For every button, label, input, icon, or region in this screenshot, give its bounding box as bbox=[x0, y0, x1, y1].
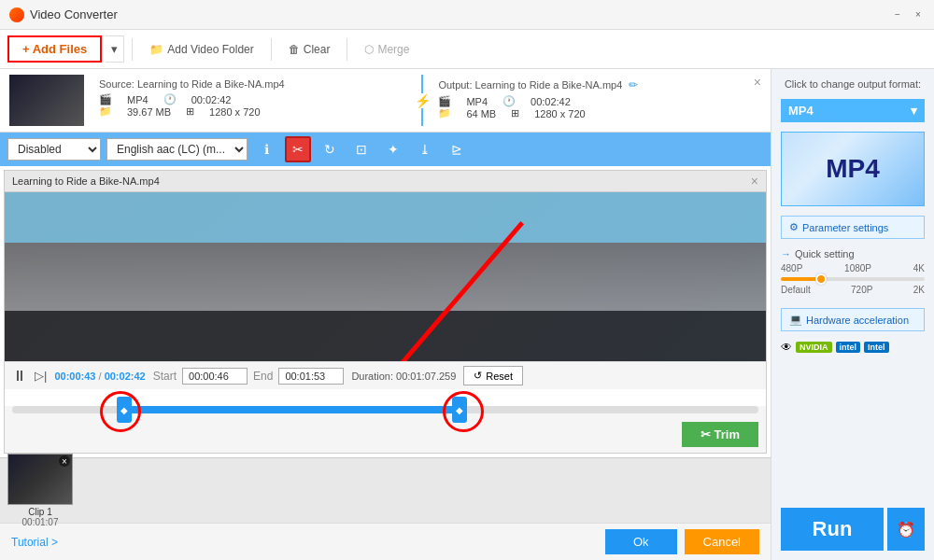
quality-slider-area: 480P 1080P 4K Default 720P 2K bbox=[781, 259, 925, 299]
nvidia-badge: NVIDIA bbox=[796, 342, 832, 353]
watermark-button[interactable]: ⤓ bbox=[412, 136, 438, 162]
settings-icon: ⚙ bbox=[789, 221, 799, 233]
output-size: 64 MB bbox=[466, 108, 496, 119]
label-720p: 720P bbox=[851, 285, 872, 295]
clip-duration: 00:01:07 bbox=[7, 517, 73, 527]
quality-labels-bottom: Default 720P 2K bbox=[781, 285, 925, 295]
effect-button[interactable]: ✦ bbox=[380, 136, 406, 162]
audio-select[interactable]: English aac (LC) (m... bbox=[106, 138, 248, 161]
merge-button[interactable]: ⬡ Merge bbox=[355, 38, 418, 61]
file-info-output: Output: Learning to Ride a Bike-NA.mp4 ✏… bbox=[431, 75, 753, 126]
toolbar: + Add Files ▾ 📁 Add Video Folder 🗑 Clear… bbox=[0, 30, 934, 69]
subtitle-select[interactable]: Disabled bbox=[7, 138, 101, 161]
source-thumbnail bbox=[9, 75, 84, 126]
rotate-button[interactable]: ↻ bbox=[317, 136, 343, 162]
edit-output-icon[interactable]: ✏ bbox=[629, 78, 638, 91]
reset-button[interactable]: ↺ Reset bbox=[463, 366, 523, 385]
reset-icon: ↺ bbox=[474, 370, 482, 382]
output-resolution: 1280 x 720 bbox=[534, 108, 585, 119]
output-row-2: 📁 64 MB ⊞ 1280 x 720 bbox=[438, 107, 745, 119]
add-files-dropdown[interactable]: ▾ bbox=[106, 35, 124, 63]
tutorial-link[interactable]: Tutorial > bbox=[11, 536, 58, 549]
output-format: MP4 bbox=[466, 96, 488, 107]
trim-timeline: ◆ ◆ ✂ Trim bbox=[5, 406, 766, 453]
toolbar-separator-3 bbox=[347, 38, 347, 61]
label-1080p: 1080P bbox=[844, 263, 871, 273]
clip-close-button[interactable]: × bbox=[59, 455, 70, 467]
format-preview[interactable]: MP4 bbox=[781, 132, 925, 206]
close-button[interactable]: × bbox=[912, 8, 925, 21]
clear-button[interactable]: 🗑 Clear bbox=[279, 38, 340, 61]
format-dropdown-icon: ▾ bbox=[911, 104, 917, 118]
file-close-button[interactable]: × bbox=[754, 75, 761, 90]
quality-slider-track bbox=[781, 277, 925, 281]
window-controls: − × bbox=[891, 8, 925, 21]
add-video-folder-button[interactable]: 📁 Add Video Folder bbox=[140, 38, 263, 61]
clip-item: × Clip 1 00:01:07 bbox=[7, 454, 73, 527]
clip-name: Clip 1 bbox=[7, 507, 73, 517]
handle-right-annotation bbox=[443, 391, 484, 432]
step-button[interactable]: ▷| bbox=[35, 369, 47, 383]
add-files-button[interactable]: + Add Files bbox=[7, 35, 102, 63]
video-controls: ⏸ ▷| 00:00:43 / 00:02:42 Start End bbox=[5, 361, 766, 389]
clip-row: × Clip 1 00:01:07 bbox=[0, 457, 771, 523]
start-end-group: Start End bbox=[153, 368, 345, 385]
cancel-button[interactable]: Cancel bbox=[685, 529, 759, 554]
output-duration: 00:02:42 bbox=[531, 96, 571, 107]
start-time-input[interactable] bbox=[182, 368, 248, 385]
bike-scene bbox=[5, 192, 766, 361]
quick-setting-label: → Quick setting bbox=[781, 248, 925, 259]
app-icon bbox=[9, 7, 24, 22]
title-bar: Video Converter − × bbox=[0, 0, 934, 30]
hw-accel-button[interactable]: 💻 Hardware acceleration bbox=[781, 308, 925, 331]
output-res-icon: ⊞ bbox=[511, 107, 519, 119]
source-format-icon: 🎬 bbox=[99, 93, 112, 105]
trim-button[interactable]: ✂ Trim bbox=[682, 422, 758, 447]
end-time-input[interactable] bbox=[278, 368, 344, 385]
video-close-button[interactable]: × bbox=[751, 174, 758, 189]
source-duration-icon: 🕐 bbox=[163, 93, 177, 105]
duration-display: Duration: 00:01:07.259 bbox=[351, 371, 456, 382]
quality-slider-thumb[interactable] bbox=[815, 273, 827, 285]
video-window-titlebar: Learning to Ride a Bike-NA.mp4 × bbox=[5, 171, 766, 192]
trash-icon: 🗑 bbox=[289, 43, 300, 56]
right-panel: Click to change output format: MP4 ▾ MP4… bbox=[771, 69, 934, 560]
video-canvas bbox=[5, 192, 766, 361]
crop-button[interactable]: ⊡ bbox=[348, 136, 375, 162]
trim-scissors-button[interactable]: ✂ bbox=[285, 136, 311, 162]
video-canvas-inner bbox=[5, 192, 766, 361]
video-preview-window: Learning to Ride a Bike-NA.mp4 × bbox=[4, 170, 767, 454]
info-button[interactable]: ℹ bbox=[253, 136, 279, 162]
output-size-icon: 📁 bbox=[438, 107, 451, 119]
format-selector-button[interactable]: MP4 ▾ bbox=[781, 99, 925, 122]
clip-thumbnail[interactable]: × bbox=[7, 454, 73, 505]
quality-labels-top: 480P 1080P 4K bbox=[781, 263, 925, 273]
run-row: Run ⏰ bbox=[781, 508, 925, 551]
merge-icon: ⬡ bbox=[364, 43, 374, 56]
label-2k: 2K bbox=[913, 285, 925, 295]
alarm-button[interactable]: ⏰ bbox=[887, 508, 925, 551]
intel-badge-2: Intel bbox=[864, 342, 889, 353]
source-format: MP4 bbox=[127, 94, 149, 105]
quick-setting-section: → Quick setting 480P 1080P 4K Default 72… bbox=[781, 248, 925, 299]
output-format-label: Click to change output format: bbox=[781, 78, 925, 90]
output-row-1: 🎬 MP4 🕐 00:02:42 bbox=[438, 95, 745, 107]
subtitle-edit-button[interactable]: ⊵ bbox=[444, 136, 470, 162]
arrow-icon: → bbox=[781, 248, 791, 259]
play-button[interactable]: ⏸ bbox=[12, 368, 27, 385]
source-row-2: 📁 39.67 MB ⊞ 1280 x 720 bbox=[99, 105, 406, 118]
edit-toolbar: Disabled English aac (LC) (m... ℹ ✂ ↻ ⊡ … bbox=[0, 133, 771, 166]
minimize-button[interactable]: − bbox=[891, 8, 904, 21]
param-settings-button[interactable]: ⚙ Parameter settings bbox=[781, 216, 925, 239]
source-res-icon: ⊞ bbox=[186, 105, 194, 118]
toolbar-separator-2 bbox=[271, 38, 272, 61]
video-controls-area: ⏸ ▷| 00:00:43 / 00:02:42 Start End bbox=[5, 361, 766, 453]
timeline-fill bbox=[124, 406, 460, 413]
label-default: Default bbox=[781, 285, 811, 295]
source-size: 39.67 MB bbox=[127, 106, 171, 118]
label-4k: 4K bbox=[913, 263, 925, 273]
output-format-icon: 🎬 bbox=[438, 95, 451, 107]
run-button[interactable]: Run bbox=[781, 508, 884, 551]
source-label: Source: Learning to Ride a Bike-NA.mp4 bbox=[99, 78, 406, 90]
ok-button[interactable]: Ok bbox=[605, 529, 677, 554]
